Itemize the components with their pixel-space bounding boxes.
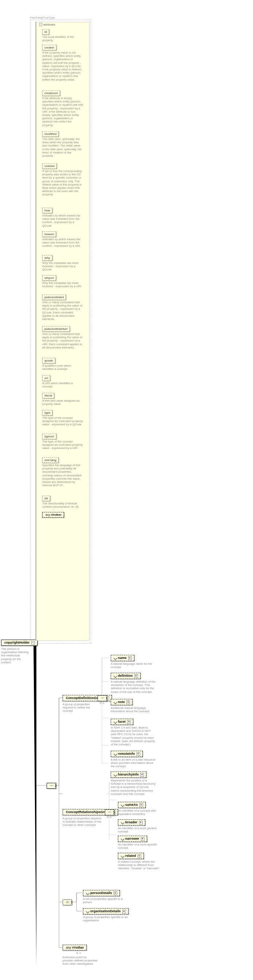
expand-icon[interactable]: + [139, 803, 143, 807]
elem-definition-label: definition [118, 674, 133, 678]
elem-note[interactable]: note+ [111, 699, 133, 705]
attr-dir[interactable]: dir [42, 496, 50, 501]
attrs-icon [113, 720, 117, 724]
collapse-icon[interactable]: − [31, 641, 35, 645]
crg-label: ConceptRelationshipsGroup [66, 810, 110, 814]
attr-whyuri[interactable]: whyuri [42, 275, 56, 281]
attr-pubconstraint[interactable]: pubconstraint [42, 294, 66, 300]
attrs-icon [113, 773, 117, 776]
attr-xmllang-desc: Specifies the language of this property … [42, 464, 83, 487]
attr-id[interactable]: id [42, 29, 49, 35]
elem-sameas[interactable]: sameAs+ [118, 802, 145, 808]
attr-how-desc: Indicates by which means the value was e… [42, 214, 83, 228]
type-label: FlexPartyPropType [30, 16, 55, 19]
attributes-header: −attributes [39, 23, 55, 26]
elem-note-desc: Additional natural language information … [111, 706, 156, 713]
elem-narrower-label: narrower [125, 837, 139, 840]
attrs-icon [120, 803, 125, 807]
expand-icon[interactable]: + [128, 656, 132, 660]
elem-hierarchyinfo-label: hierarchyInfo [118, 773, 139, 776]
attrs-icon [113, 674, 117, 678]
attr-why[interactable]: why [42, 255, 52, 261]
elem-hierarchyinfo-desc: Represents the position of a concept in … [111, 779, 156, 795]
elem-narrower[interactable]: narrower+ [118, 836, 147, 842]
attrs-icon [85, 891, 90, 895]
attr-creator-desc: If the property value is not defined, sp… [42, 51, 83, 81]
elem-definition[interactable]: definition+ [111, 673, 141, 679]
root-desc: The person or organisation claiming the … [1, 647, 30, 664]
elem-persondetails-desc: A set of properties specific to a person [83, 897, 128, 904]
attr-literal[interactable]: literal [42, 393, 54, 398]
attr-typeuri-desc: The type of the concept assigned as cont… [42, 440, 83, 450]
elem-broader[interactable]: broader+ [118, 819, 145, 826]
elem-note-label: note [118, 700, 125, 704]
expand-icon[interactable]: + [127, 720, 131, 724]
elem-facet[interactable]: facet+ [111, 719, 133, 725]
attr-modified[interactable]: modified [42, 131, 59, 137]
attr-creator[interactable]: creator [42, 45, 57, 50]
elem-name-desc: A natural language name for the concept. [111, 662, 156, 669]
attr-typeuri[interactable]: typeuri [42, 434, 57, 439]
attrs-icon [85, 909, 90, 913]
expand-icon[interactable]: + [136, 752, 140, 756]
expand-icon[interactable]: + [141, 837, 144, 841]
elem-organisationdetails-desc: A group of properties specific to an org… [83, 915, 128, 922]
attr-creatoruri-desc: If the attribute is empty, specifies whi… [42, 97, 83, 127]
sequence-connector: ┉┉ [47, 783, 56, 789]
attr-qcode[interactable]: qcode [42, 358, 55, 363]
elem-related-label: related [125, 854, 136, 858]
elem-persondetails[interactable]: personDetails+ [83, 890, 120, 896]
attr-pubconstraint-desc: One or many constraints that apply to pu… [42, 301, 83, 321]
elem-related-desc: A related concept, where the relationshi… [118, 860, 163, 870]
any-attribute[interactable]: any ##other [42, 512, 64, 517]
cdg-card: 0..∞ [100, 702, 104, 704]
elem-facet-desc: In NAR 1.8 and later, facet is deprecate… [111, 726, 156, 746]
elem-name[interactable]: name+ [111, 655, 134, 661]
expand-icon[interactable]: + [122, 910, 126, 913]
attr-custom[interactable]: custom [42, 163, 57, 169]
elem-organisationdetails-label: organisationDetails [90, 909, 121, 913]
any-card: 0..∞ [76, 951, 81, 954]
attr-creatoruri[interactable]: creatoruri [42, 91, 60, 96]
attr-qcode-desc: A qualified code which identifies a conc… [42, 364, 83, 371]
expand-icon[interactable]: + [126, 700, 130, 704]
elem-broader-desc: An identifier of a more generic concept. [118, 827, 163, 833]
root-element[interactable]: copyrightHolder− [1, 640, 38, 646]
attr-whyuri-desc: Why the metadata has been included - exp… [42, 282, 83, 288]
attr-how[interactable]: how [42, 208, 52, 213]
expand-icon[interactable]: + [134, 674, 138, 678]
attr-howuri[interactable]: howuri [42, 231, 56, 237]
attr-type[interactable]: type [42, 410, 52, 415]
attr-pubconstrainturi-desc: One or many constraints that apply to pu… [42, 332, 83, 349]
crg-desc: A group of properties required to indica… [63, 817, 103, 827]
elem-hierarchyinfo[interactable]: hierarchyInfo+ [111, 772, 146, 778]
elem-related[interactable]: related+ [118, 853, 144, 859]
elem-organisationdetails[interactable]: organisationDetails+ [83, 908, 128, 915]
attrs-icon [113, 700, 117, 704]
choice-connector: ⊟⊟ [63, 899, 72, 905]
attr-why-desc: Why the metadata has been included - exp… [42, 261, 83, 272]
attr-custom-desc: If set to true the corresponding propert… [42, 169, 83, 196]
attrs-icon [120, 837, 125, 841]
elem-remoteinfo[interactable]: remoteInfo+ [111, 751, 143, 757]
collapse-icon[interactable]: − [39, 23, 42, 26]
expand-icon[interactable]: + [114, 891, 117, 895]
any-element[interactable]: any ##other [63, 945, 87, 950]
attrs-icon [120, 854, 125, 858]
attr-uri[interactable]: uri [42, 375, 50, 381]
expand-icon[interactable]: + [140, 773, 144, 776]
attr-xmllang[interactable]: xml:lang [42, 457, 59, 463]
attr-id-desc: The local identifier of the property. [42, 35, 83, 42]
attrs-icon [113, 656, 117, 660]
crg-sequence: ┉┉ [105, 810, 114, 815]
elem-sameas-label: sameAs [125, 803, 138, 807]
attr-pubconstrainturi[interactable]: pubconstrainturi [42, 326, 70, 332]
elem-broader-label: broader [125, 820, 138, 824]
elem-definition-desc: A natural language definition of the sem… [111, 680, 156, 694]
expand-icon[interactable]: + [139, 821, 143, 824]
any-desc: Extension point for provider-defined pro… [63, 956, 99, 966]
expand-icon[interactable]: + [138, 854, 141, 858]
crg-card: 0..∞ [107, 816, 112, 818]
root-label: copyrightHolder [4, 641, 30, 644]
elem-persondetails-label: personDetails [90, 891, 112, 895]
